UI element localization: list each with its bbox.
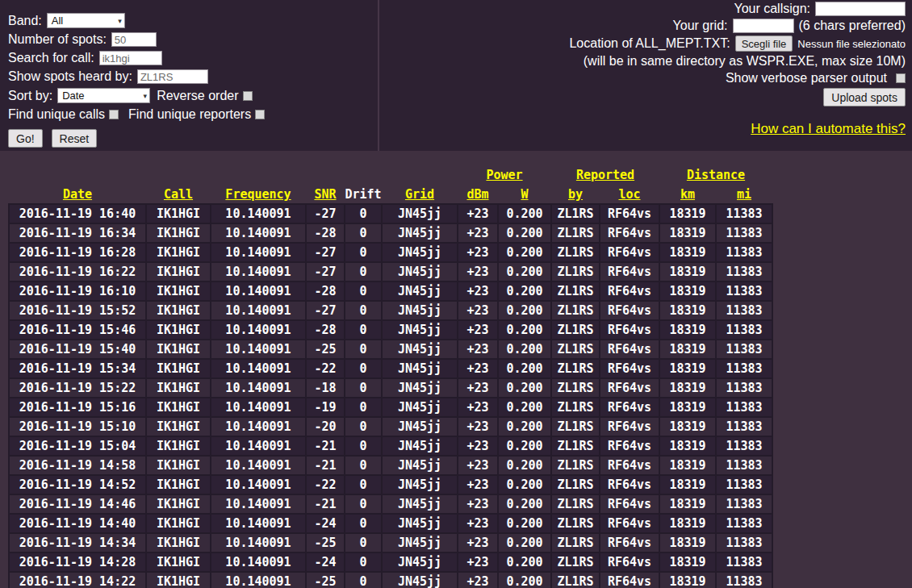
column-header-call[interactable]: Call	[146, 185, 211, 204]
cell-mi: 11383	[716, 301, 772, 320]
cell-snr: -27	[306, 204, 345, 223]
cell-drift: 0	[345, 243, 382, 262]
cell-by: ZL1RS	[551, 514, 600, 533]
cell-date: 2016-11-19 15:40	[9, 340, 146, 359]
band-select[interactable]: All ▾	[47, 13, 125, 28]
cell-by: ZL1RS	[551, 320, 600, 340]
cell-date: 2016-11-19 14:40	[9, 514, 146, 533]
go-button[interactable]: Go!	[8, 129, 43, 148]
automate-link[interactable]: How can I automate this?	[751, 121, 906, 137]
cell-dbm: +23	[458, 417, 498, 436]
cell-by: ZL1RS	[551, 243, 600, 262]
table-row: 2016-11-19 15:52IK1HGI10.140091-270JN45j…	[9, 301, 772, 320]
cell-km: 18319	[659, 281, 716, 301]
column-header-mi[interactable]: mi	[716, 185, 772, 204]
cell-drift: 0	[345, 514, 382, 533]
number-of-spots-input[interactable]	[111, 32, 157, 47]
column-group-power[interactable]: Power	[458, 165, 551, 185]
cell-km: 18319	[659, 223, 716, 243]
cell-snr: -24	[306, 514, 345, 533]
column-header-loc[interactable]: loc	[600, 185, 659, 204]
cell-dbm: +23	[458, 359, 498, 378]
cell-loc: RF64vs	[600, 281, 659, 301]
reset-button[interactable]: Reset	[52, 129, 98, 148]
chevron-down-icon: ▾	[144, 92, 148, 100]
search-for-call-input[interactable]	[99, 51, 162, 65]
cell-date: 2016-11-19 14:28	[9, 553, 146, 572]
cell-mi: 11383	[716, 243, 772, 262]
cell-w: 0.200	[498, 475, 551, 494]
your-grid-input[interactable]	[733, 19, 794, 33]
column-group-distance[interactable]: Distance	[659, 165, 772, 185]
cell-dbm: +23	[458, 533, 498, 553]
cell-drift: 0	[345, 281, 382, 301]
choose-file-button[interactable]: Scegli file	[735, 35, 793, 52]
column-header-snr[interactable]: SNR	[306, 185, 345, 204]
cell-date: 2016-11-19 15:52	[9, 301, 146, 320]
cell-mi: 11383	[716, 572, 772, 588]
table-row: 2016-11-19 16:10IK1HGI10.140091-280JN45j…	[9, 281, 772, 301]
cell-grid: JN45jj	[382, 243, 458, 262]
cell-w: 0.200	[498, 436, 551, 456]
cell-snr: -28	[306, 223, 345, 243]
cell-dbm: +23	[458, 456, 498, 475]
column-header-frequency[interactable]: Frequency	[211, 185, 306, 204]
heard-by-input[interactable]	[137, 69, 208, 84]
cell-frequency: 10.140091	[211, 456, 306, 475]
cell-by: ZL1RS	[551, 572, 600, 588]
cell-frequency: 10.140091	[211, 262, 306, 281]
cell-km: 18319	[659, 553, 716, 572]
cell-mi: 11383	[716, 340, 772, 359]
cell-km: 18319	[659, 572, 716, 588]
cell-mi: 11383	[716, 475, 772, 494]
cell-dbm: +23	[458, 436, 498, 456]
cell-drift: 0	[345, 262, 382, 281]
verbose-output-checkbox[interactable]	[896, 73, 906, 83]
your-callsign-label: Your callsign:	[734, 2, 810, 16]
cell-mi: 11383	[716, 436, 772, 456]
cell-by: ZL1RS	[551, 281, 600, 301]
cell-snr: -27	[306, 262, 345, 281]
cell-mi: 11383	[716, 262, 772, 281]
cell-grid: JN45jj	[382, 533, 458, 553]
cell-by: ZL1RS	[551, 378, 600, 398]
column-header-by[interactable]: by	[551, 185, 600, 204]
cell-call: IK1HGI	[146, 494, 211, 514]
query-form: Band: All ▾ Number of spots: Search for …	[0, 0, 378, 151]
cell-by: ZL1RS	[551, 553, 600, 572]
table-row: 2016-11-19 14:52IK1HGI10.140091-220JN45j…	[9, 475, 772, 494]
cell-snr: -22	[306, 359, 345, 378]
column-header-dbm[interactable]: dBm	[458, 185, 498, 204]
cell-grid: JN45jj	[382, 340, 458, 359]
your-callsign-input[interactable]	[815, 2, 906, 16]
cell-dbm: +23	[458, 340, 498, 359]
column-header-km[interactable]: km	[659, 185, 716, 204]
cell-w: 0.200	[498, 494, 551, 514]
column-group-reported[interactable]: Reported	[551, 165, 659, 185]
cell-snr: -21	[306, 456, 345, 475]
cell-snr: -21	[306, 494, 345, 514]
cell-loc: RF64vs	[600, 553, 659, 572]
cell-frequency: 10.140091	[211, 417, 306, 436]
number-of-spots-label: Number of spots:	[8, 32, 107, 47]
column-header-date[interactable]: Date	[9, 185, 146, 204]
table-row: 2016-11-19 15:40IK1HGI10.140091-250JN45j…	[9, 340, 772, 359]
cell-km: 18319	[659, 243, 716, 262]
cell-dbm: +23	[458, 514, 498, 533]
cell-w: 0.200	[498, 514, 551, 533]
cell-frequency: 10.140091	[211, 359, 306, 378]
cell-mi: 11383	[716, 204, 772, 223]
sort-by-select[interactable]: Date ▾	[57, 88, 150, 103]
column-header-grid[interactable]: Grid	[382, 185, 458, 204]
reverse-order-checkbox[interactable]	[243, 91, 253, 101]
upload-spots-button[interactable]: Upload spots	[823, 88, 906, 106]
cell-date: 2016-11-19 14:22	[9, 572, 146, 588]
cell-w: 0.200	[498, 281, 551, 301]
spots-table-body: 2016-11-19 16:40IK1HGI10.140091-270JN45j…	[9, 204, 772, 588]
column-header-w[interactable]: W	[498, 185, 551, 204]
cell-km: 18319	[659, 494, 716, 514]
file-location-label: Location of ALL_MEPT.TXT:	[569, 36, 730, 51]
unique-calls-checkbox[interactable]	[109, 110, 119, 119]
cell-dbm: +23	[458, 301, 498, 320]
unique-reporters-checkbox[interactable]	[255, 110, 265, 119]
